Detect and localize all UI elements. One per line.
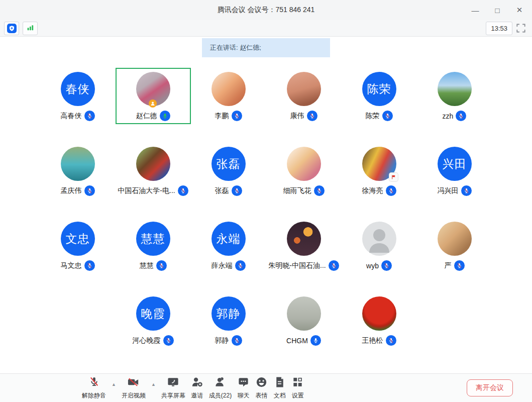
participant-tile[interactable]: 慧慧慧慧 — [116, 218, 191, 274]
avatar: 晚霞 — [136, 296, 170, 331]
members-icon — [214, 376, 227, 390]
participant-tile[interactable]: 徐海亮 — [342, 143, 417, 199]
mic-muted-icon — [156, 260, 167, 271]
chevron-up-icon[interactable]: ▲ — [112, 382, 116, 387]
toolbar-item-label: 成员(22) — [209, 391, 232, 400]
participant-tile[interactable]: CHGM — [266, 292, 342, 349]
participant-tile[interactable]: 春侠高春侠 — [40, 68, 116, 124]
avatar: 慧慧 — [136, 222, 170, 256]
avatar: 兴田 — [438, 147, 472, 181]
mic-muted-icon — [382, 111, 393, 121]
mic-muted-icon — [386, 335, 396, 346]
mic-muted-icon — [232, 111, 242, 121]
participants-grid: 春侠高春侠赵仁德李鹏康伟陈荣陈荣zzh孟庆伟中国石油大学-电...张磊张磊细雨飞… — [40, 68, 492, 349]
participant-avatar-initials: 晚霞 — [136, 296, 170, 331]
participant-avatar-initials: 兴田 — [438, 147, 472, 181]
avatar — [362, 147, 396, 181]
participant-name: 严 — [445, 261, 452, 270]
meeting-security-button[interactable] — [4, 22, 19, 35]
bottom-toolbar: 解除静音▲开启视频▲共享屏幕邀请成员(22)聊天表情文档设置离开会议 — [0, 373, 532, 402]
participant-avatar-photo — [287, 147, 321, 181]
leave-meeting-button[interactable]: 离开会议 — [467, 379, 513, 396]
toolbar-chat-button[interactable]: 聊天 — [237, 376, 250, 400]
participant-name: wyb — [366, 262, 379, 270]
close-button[interactable]: ✕ — [512, 3, 527, 17]
participant-tile[interactable]: 郭静郭静 — [191, 292, 266, 349]
participant-tile[interactable]: 康伟 — [266, 68, 342, 124]
participant-tile[interactable]: 赵仁德 — [116, 68, 191, 124]
participant-avatar-photo — [362, 296, 396, 331]
status-bar: 13:53 — [0, 20, 532, 37]
participant-tile[interactable]: 兴田冯兴田 — [417, 143, 492, 199]
avatar: 陈荣 — [362, 72, 396, 106]
toolbar-settings-button[interactable]: 设置 — [291, 376, 304, 400]
participant-tile[interactable]: 王艳松 — [342, 292, 417, 349]
toolbar-members-button[interactable]: 成员(22) — [209, 376, 232, 400]
participant-avatar-photo — [438, 72, 472, 106]
participant-tile[interactable]: 孟庆伟 — [40, 143, 116, 199]
participant-tile[interactable]: 中国石油大学-电... — [116, 143, 191, 199]
toolbar-mic-muted-button[interactable]: 解除静音 — [82, 376, 106, 400]
invite-icon — [191, 376, 203, 390]
avatar — [211, 72, 246, 106]
toolbar-item-label: 聊天 — [238, 391, 250, 400]
participant-tile[interactable]: 晚霞河心晚霞 — [116, 292, 191, 349]
mic-muted-icon — [329, 260, 339, 271]
participant-avatar-photo — [136, 147, 170, 181]
participant-name: 孟庆伟 — [61, 186, 82, 195]
mic-muted-icon — [307, 111, 317, 121]
participant-avatar-initials: 张磊 — [211, 147, 246, 181]
mic-muted-icon — [456, 111, 466, 121]
toolbar-item-label: 邀请 — [191, 391, 203, 400]
fullscreen-icon[interactable] — [516, 23, 526, 33]
participant-tile[interactable]: 李鹏 — [191, 68, 266, 124]
mic-muted-icon — [84, 111, 95, 121]
window-controls: — □ ✕ — [468, 0, 527, 20]
toolbar-emoji-button[interactable]: 表情 — [255, 376, 268, 400]
network-signal-button[interactable] — [23, 22, 38, 35]
participant-name: 河心晚霞 — [133, 336, 161, 345]
participant-tile[interactable]: 张磊张磊 — [191, 143, 266, 199]
participant-name: 郭静 — [215, 336, 229, 345]
maximize-button[interactable]: □ — [490, 3, 505, 17]
participant-name: 陈荣 — [366, 112, 380, 121]
participant-tile[interactable]: 细雨飞花 — [266, 143, 342, 199]
participant-name: 慧慧 — [140, 261, 154, 270]
security-shield-icon — [7, 24, 17, 33]
mic-on-icon — [310, 335, 321, 346]
avatar — [287, 72, 321, 106]
avatar: 张磊 — [211, 147, 246, 181]
toolbar-item-label: 设置 — [292, 391, 304, 400]
participant-tile[interactable]: zzh — [417, 68, 492, 124]
chevron-up-icon[interactable]: ▲ — [151, 382, 156, 387]
participant-tile[interactable]: 朱明晓-中国石油... — [266, 218, 342, 274]
participant-tile[interactable]: 严 — [417, 218, 492, 274]
participant-avatar-initials: 永端 — [211, 222, 246, 256]
emoji-icon — [255, 376, 268, 390]
avatar: 春侠 — [61, 72, 95, 106]
avatar: 文忠 — [61, 222, 95, 256]
avatar — [362, 296, 396, 331]
toolbar-item-label: 解除静音 — [82, 391, 106, 400]
avatar — [287, 147, 321, 181]
participant-tile[interactable]: 永端薛永端 — [191, 218, 266, 274]
toolbar-camera-off-button[interactable]: 开启视频 — [122, 376, 146, 400]
toolbar-docs-button[interactable]: 文档 — [273, 376, 286, 400]
minimize-button[interactable]: — — [468, 3, 483, 17]
avatar — [287, 222, 321, 256]
mic-muted-icon — [88, 376, 100, 390]
participant-avatar-default — [362, 222, 396, 256]
toolbar-invite-button[interactable]: 邀请 — [191, 376, 203, 400]
participant-name: 徐海亮 — [362, 186, 383, 195]
toolbar-share-screen-button[interactable]: 共享屏幕 — [161, 376, 185, 400]
flag-badge-icon — [389, 173, 398, 181]
speaking-banner: 正在讲话: 赵仁德; — [202, 38, 330, 57]
participant-name: 细雨飞花 — [283, 186, 311, 195]
mic-muted-icon — [386, 185, 396, 196]
participant-tile[interactable]: wyb — [342, 218, 417, 274]
host-badge-icon — [149, 99, 157, 108]
participant-tile[interactable]: 文忠马文忠 — [40, 218, 116, 274]
participant-name: 康伟 — [290, 112, 304, 121]
participant-tile[interactable]: 陈荣陈荣 — [342, 68, 417, 124]
settings-icon — [291, 376, 304, 390]
